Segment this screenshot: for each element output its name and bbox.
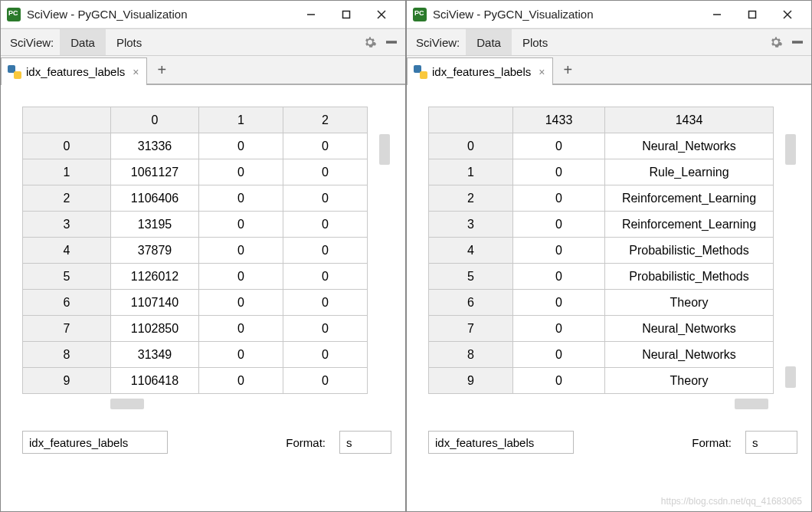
- row-index[interactable]: 9: [23, 368, 111, 394]
- cell[interactable]: 1061127: [111, 159, 199, 185]
- tab-data[interactable]: Data: [466, 29, 512, 55]
- cell[interactable]: 0: [513, 212, 605, 238]
- tab-plots[interactable]: Plots: [106, 29, 152, 55]
- cell[interactable]: 1107140: [111, 290, 199, 316]
- cell[interactable]: 37879: [111, 238, 199, 264]
- row-index[interactable]: 6: [23, 290, 111, 316]
- cell[interactable]: 0: [199, 368, 283, 394]
- table-row[interactable]: 40Probabilistic_Methods: [429, 238, 774, 264]
- format-input[interactable]: [745, 431, 797, 454]
- table-row[interactable]: 5112601200: [23, 264, 368, 290]
- cell[interactable]: 0: [199, 133, 283, 159]
- row-index[interactable]: 7: [429, 316, 513, 342]
- table-row[interactable]: 9110641800: [23, 368, 368, 394]
- row-index[interactable]: 0: [429, 133, 513, 159]
- row-index[interactable]: 8: [429, 342, 513, 368]
- cell[interactable]: 31336: [111, 133, 199, 159]
- table-row[interactable]: 2110640600: [23, 185, 368, 212]
- tab-data[interactable]: Data: [60, 29, 106, 55]
- add-tab-button[interactable]: +: [147, 56, 176, 84]
- table-row[interactable]: 70Neural_Networks: [429, 316, 774, 342]
- cell[interactable]: 13195: [111, 212, 199, 238]
- cell[interactable]: 0: [199, 290, 283, 316]
- cell[interactable]: 31349: [111, 342, 199, 368]
- cell[interactable]: 0: [199, 316, 283, 342]
- column-header[interactable]: [23, 107, 111, 133]
- maximize-button[interactable]: [329, 1, 364, 28]
- cell[interactable]: Rule_Learning: [605, 159, 774, 185]
- cell[interactable]: 0: [513, 342, 605, 368]
- column-header[interactable]: 2: [283, 107, 368, 133]
- table-row[interactable]: 31319500: [23, 212, 368, 238]
- gear-icon[interactable]: [765, 31, 787, 53]
- gear-icon[interactable]: [359, 31, 381, 53]
- close-icon[interactable]: ×: [539, 66, 545, 78]
- close-button[interactable]: [364, 1, 399, 28]
- vertical-scrollbar[interactable]: [379, 134, 390, 165]
- row-index[interactable]: 5: [429, 264, 513, 290]
- row-index[interactable]: 8: [23, 342, 111, 368]
- row-index[interactable]: 3: [429, 212, 513, 238]
- table-row[interactable]: 1106112700: [23, 159, 368, 185]
- format-input[interactable]: [339, 431, 391, 454]
- cell[interactable]: 0: [283, 133, 368, 159]
- cell[interactable]: Theory: [605, 368, 774, 394]
- row-index[interactable]: 1: [23, 159, 111, 185]
- table-row[interactable]: 83134900: [23, 342, 368, 368]
- row-index[interactable]: 4: [23, 238, 111, 264]
- vertical-scrollbar[interactable]: [785, 134, 796, 165]
- cell[interactable]: 0: [513, 133, 605, 159]
- horizontal-scrollbar[interactable]: [428, 399, 797, 409]
- table-row[interactable]: 6110714000: [23, 290, 368, 316]
- cell[interactable]: 0: [283, 238, 368, 264]
- data-table[interactable]: 0120313360011061127002110640600313195004…: [22, 107, 368, 394]
- titlebar[interactable]: SciView - PyGCN_Visualization: [407, 1, 811, 28]
- cell[interactable]: 0: [513, 290, 605, 316]
- row-index[interactable]: 2: [23, 185, 111, 212]
- table-row[interactable]: 20Reinforcement_Learning: [429, 185, 774, 212]
- cell[interactable]: 0: [513, 264, 605, 290]
- data-table[interactable]: 1433143400Neural_Networks10Rule_Learning…: [428, 107, 774, 394]
- hide-button[interactable]: [381, 31, 402, 53]
- table-row[interactable]: 30Reinforcement_Learning: [429, 212, 774, 238]
- cell[interactable]: Reinforcement_Learning: [605, 185, 774, 212]
- cell[interactable]: 0: [513, 159, 605, 185]
- cell[interactable]: Theory: [605, 290, 774, 316]
- cell[interactable]: 1106418: [111, 368, 199, 394]
- cell[interactable]: 0: [199, 238, 283, 264]
- add-tab-button[interactable]: +: [553, 56, 582, 84]
- cell[interactable]: 0: [283, 290, 368, 316]
- cell[interactable]: 0: [199, 264, 283, 290]
- minimize-button[interactable]: [699, 1, 735, 28]
- table-row[interactable]: 80Neural_Networks: [429, 342, 774, 368]
- horizontal-scrollbar[interactable]: [22, 399, 391, 409]
- table-row[interactable]: 43787900: [23, 238, 368, 264]
- cell[interactable]: 0: [283, 185, 368, 212]
- row-index[interactable]: 1: [429, 159, 513, 185]
- cell[interactable]: Neural_Networks: [605, 342, 774, 368]
- cell[interactable]: 0: [199, 342, 283, 368]
- cell[interactable]: 0: [283, 264, 368, 290]
- cell[interactable]: 0: [513, 238, 605, 264]
- cell[interactable]: Probabilistic_Methods: [605, 238, 774, 264]
- variable-name-input[interactable]: [22, 431, 168, 454]
- row-index[interactable]: 7: [23, 316, 111, 342]
- row-index[interactable]: 0: [23, 133, 111, 159]
- column-header[interactable]: 1: [199, 107, 283, 133]
- table-row[interactable]: 00Neural_Networks: [429, 133, 774, 159]
- cell[interactable]: Neural_Networks: [605, 316, 774, 342]
- minimize-button[interactable]: [293, 1, 329, 28]
- file-tab[interactable]: idx_features_labels ×: [407, 57, 553, 85]
- row-index[interactable]: 6: [429, 290, 513, 316]
- table-row[interactable]: 60Theory: [429, 290, 774, 316]
- cell[interactable]: Probabilistic_Methods: [605, 264, 774, 290]
- row-index[interactable]: 2: [429, 185, 513, 212]
- column-header[interactable]: [429, 107, 513, 133]
- cell[interactable]: Neural_Networks: [605, 133, 774, 159]
- column-header[interactable]: 1434: [605, 107, 774, 133]
- cell[interactable]: 0: [199, 185, 283, 212]
- row-index[interactable]: 4: [429, 238, 513, 264]
- cell[interactable]: Reinforcement_Learning: [605, 212, 774, 238]
- column-header[interactable]: 0: [111, 107, 199, 133]
- cell[interactable]: 0: [513, 185, 605, 212]
